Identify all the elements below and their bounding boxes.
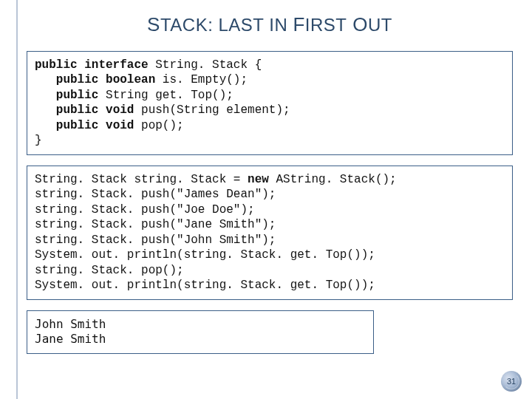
code-text: String. Stack string. Stack = [35, 173, 248, 186]
code-text: System. out. println(string. Stack. get.… [35, 279, 375, 292]
code-kw: public [56, 89, 106, 102]
code-text: pop(); [141, 119, 184, 132]
page-number-badge: 31 [501, 371, 522, 392]
code-text: string. Stack. push("Joe Doe"); [35, 203, 255, 216]
title-word: AST [228, 15, 264, 35]
code-kw: public interface [35, 58, 155, 72]
code-text: string. Stack. pop(); [35, 264, 184, 277]
interface-code-box: public interface String. Stack { public … [27, 51, 513, 155]
code-text: } [35, 134, 42, 147]
code-text: string. Stack. push("James Dean"); [35, 188, 276, 201]
code-text: push(String element); [141, 103, 290, 117]
output-text: John Smith Jane Smith [35, 317, 366, 347]
title-word: IN [264, 15, 293, 35]
code-text: String. Stack { [155, 58, 262, 72]
title-word: UT [368, 15, 392, 35]
output-line: John Smith [35, 317, 106, 331]
code-text: is. Empty(); [163, 73, 248, 86]
interface-code: public interface String. Stack { public … [35, 58, 505, 149]
output-box: John Smith Jane Smith [27, 310, 374, 354]
code-text: string. Stack. push("John Smith"); [35, 233, 276, 247]
title-sep: : L [208, 15, 228, 35]
code-text: String get. Top(); [106, 89, 233, 102]
slide-title: STACK: LAST IN FIRST OUT [27, 13, 513, 36]
title-letter: F [293, 13, 304, 35]
code-kw: new [248, 173, 276, 186]
badge-swirl-icon [503, 373, 519, 389]
code-text: string. Stack. push("Jane Smith"); [35, 218, 276, 231]
output-line: Jane Smith [35, 332, 106, 346]
usage-code-box: String. Stack string. Stack = new AStrin… [27, 166, 513, 300]
usage-code: String. Stack string. Stack = new AStrin… [35, 172, 505, 293]
code-kw: public boolean [56, 73, 163, 86]
code-text: System. out. println(string. Stack. get.… [35, 248, 375, 262]
title-letter: S [147, 13, 160, 35]
title-word: IRST [305, 15, 347, 35]
title-letter: O [347, 13, 367, 35]
code-text: AString. Stack(); [276, 173, 396, 186]
title-word: TACK [160, 15, 208, 35]
left-margin-rule [16, 0, 18, 399]
code-kw: public void [56, 119, 141, 132]
code-kw: public void [56, 103, 141, 117]
